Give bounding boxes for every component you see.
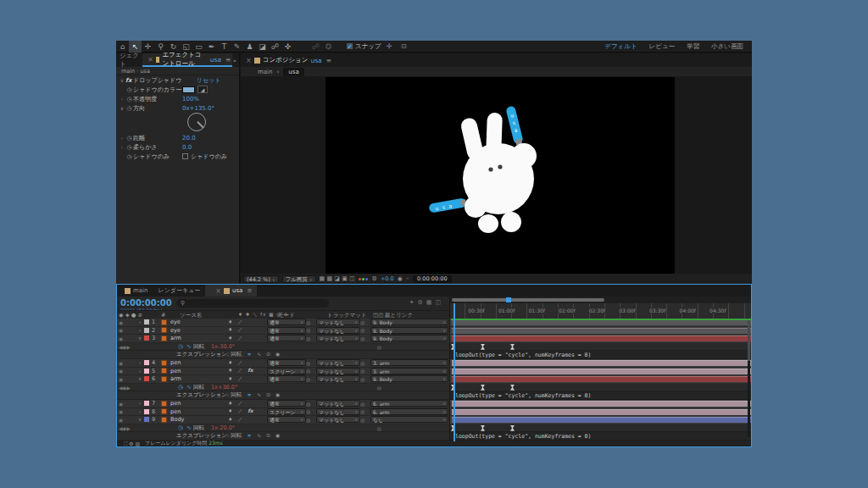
- matte-pickwhip-icon[interactable]: ◎: [306, 368, 316, 374]
- row-right[interactable]: [450, 359, 751, 368]
- visibility-eye-icon[interactable]: ◉: [117, 401, 136, 407]
- snap-toggle[interactable]: ✓ スナップ ✢ ⊡: [347, 42, 410, 51]
- eraser-tool-icon[interactable]: ◪: [256, 41, 269, 53]
- parent-select[interactable]: なし∨: [370, 416, 448, 423]
- track-matte-select[interactable]: マットなし∨: [316, 359, 360, 366]
- mode-select[interactable]: 通常∨: [267, 416, 306, 423]
- snap-options-icons[interactable]: ✢ ⊡: [387, 42, 410, 50]
- parent-dropdown[interactable]: 9. Body∨: [370, 335, 448, 341]
- layer-switches[interactable]: ♦ ／: [228, 326, 267, 334]
- expression-text[interactable]: loopOut(type = "cycle", numKeyframes = 0…: [455, 352, 591, 358]
- matte-pickwhip-icon[interactable]: ◎: [306, 417, 316, 423]
- rotation-value[interactable]: 1x-30.0°: [211, 343, 235, 350]
- workspace-tab-学習[interactable]: 学習: [687, 42, 699, 51]
- parent-pickwhip-icon[interactable]: ◎: [360, 336, 370, 341]
- timeline-tab-usa[interactable]: ×usa≡: [205, 285, 257, 297]
- matte-dropdown[interactable]: マットなし∨: [316, 400, 360, 407]
- layer-name[interactable]: arm: [170, 375, 228, 382]
- layer-duration-bar[interactable]: [452, 319, 751, 325]
- row-right[interactable]: loopOut(type = "cycle", numKeyframes = 0…: [450, 391, 751, 400]
- visibility-eye-icon[interactable]: ◉: [117, 336, 136, 341]
- matte-dropdown[interactable]: マットなし∨: [316, 359, 360, 366]
- label-color-chip[interactable]: [144, 336, 152, 341]
- label-color-chip[interactable]: [144, 401, 152, 406]
- time-ruler[interactable]: 00:30f01:00f01:30f02:00f02:30f03:00f03:3…: [450, 303, 751, 319]
- rotation-row[interactable]: ◀◆▶◷∿回転1x-30.0°◎: [117, 343, 751, 352]
- twirl-icon[interactable]: ∨: [136, 417, 144, 422]
- rotation-row[interactable]: ◀◆▶◷∿回転1x+30.0°◎: [117, 384, 751, 392]
- visibility-eye-icon[interactable]: ◉: [117, 408, 136, 414]
- parent-select[interactable]: 6. arm∨: [370, 408, 448, 415]
- keyframe-icon[interactable]: [481, 385, 485, 391]
- keyframe-navigator[interactable]: ◀◆▶: [117, 425, 136, 431]
- workspace-tab-レビュー[interactable]: レビュー: [649, 42, 676, 51]
- close-icon[interactable]: ×: [246, 57, 252, 64]
- row-right[interactable]: [450, 335, 751, 343]
- row-right[interactable]: [450, 400, 751, 408]
- track-matte-select[interactable]: マットなし∨: [316, 375, 360, 382]
- layer-duration-bar[interactable]: [452, 360, 751, 366]
- comp-timecode[interactable]: 0:00:00:00: [413, 275, 452, 283]
- mode-select[interactable]: 通常∨: [267, 327, 306, 334]
- mode-dropdown[interactable]: 通常∨: [267, 416, 306, 423]
- layer-name[interactable]: Body: [170, 416, 228, 423]
- layer-row-5-pen[interactable]: ◉›5pen♦ ／ fxスクリーン∨◎マットなし∨◎3. arm∨: [117, 368, 751, 376]
- parent-pickwhip-icon[interactable]: ◎: [377, 385, 381, 391]
- mode-select[interactable]: 通常∨: [267, 335, 306, 341]
- layer-duration-bar[interactable]: [452, 401, 751, 407]
- property-value[interactable]: 100%: [182, 96, 199, 103]
- twirl-icon[interactable]: ›: [136, 328, 144, 333]
- row-right[interactable]: [450, 368, 751, 376]
- row-right[interactable]: [450, 343, 751, 352]
- mode-dropdown[interactable]: 通常∨: [267, 327, 306, 334]
- expression-text[interactable]: loopOut(type = "cycle", numKeyframes = 0…: [455, 433, 591, 440]
- keyframe-icon[interactable]: [481, 344, 485, 350]
- keyframe-icon[interactable]: [510, 344, 515, 350]
- visibility-eye-icon[interactable]: ◉: [117, 417, 136, 423]
- parent-select[interactable]: 9. Body∨: [370, 319, 448, 325]
- matte-pickwhip-icon[interactable]: ◎: [306, 408, 316, 414]
- keyframe-navigator[interactable]: ◀◆▶: [117, 385, 136, 391]
- layer-switches[interactable]: ♦ ／: [228, 400, 267, 408]
- layer-row-7-pen[interactable]: ◉›7pen♦ ／通常∨◎マットなし∨◎6. arm∨: [117, 400, 751, 408]
- checkbox-icon[interactable]: [182, 153, 188, 159]
- twirl-icon[interactable]: ›: [136, 409, 144, 414]
- expression-icons[interactable]: ＝ ∿ ⊙ ◉: [247, 432, 281, 440]
- layer-name[interactable]: eye: [170, 319, 228, 325]
- keyframe-icon[interactable]: [510, 385, 515, 391]
- navigator-bar[interactable]: [452, 298, 604, 302]
- graph-icon[interactable]: ∿: [186, 424, 192, 431]
- stopwatch-icon[interactable]: ◷: [125, 144, 133, 151]
- mode-dropdown[interactable]: 通常∨: [267, 319, 306, 325]
- track-matte-select[interactable]: マットなし∨: [316, 416, 360, 423]
- twirl-icon[interactable]: ›: [136, 369, 144, 374]
- mode-dropdown[interactable]: 通常∨: [267, 359, 306, 366]
- mode-select[interactable]: 通常∨: [267, 319, 306, 325]
- comp-frame[interactable]: u s a u s a: [326, 77, 675, 274]
- track-matte-select[interactable]: マットなし∨: [316, 319, 360, 325]
- parent-pickwhip-icon[interactable]: ◎: [360, 327, 370, 333]
- parent-dropdown[interactable]: なし∨: [370, 416, 448, 423]
- label-color-chip[interactable]: [144, 360, 152, 365]
- layer-name[interactable]: pen: [170, 408, 228, 415]
- timeline-timecode[interactable]: 0:00:00:00: [120, 298, 172, 308]
- stamp-tool-icon[interactable]: ♟: [243, 41, 256, 53]
- parent-select[interactable]: 9. Body∨: [370, 327, 448, 334]
- stopwatch-icon[interactable]: ◷: [125, 86, 133, 93]
- parent-pickwhip-icon[interactable]: ◎: [377, 425, 381, 431]
- row-right[interactable]: [450, 327, 751, 336]
- matte-pickwhip-icon[interactable]: ◎: [306, 336, 316, 341]
- panel-menu-icon[interactable]: ≡: [225, 56, 231, 64]
- layer-switches[interactable]: ♦ ／: [228, 416, 267, 424]
- visibility-eye-icon[interactable]: ◉: [117, 376, 136, 382]
- layer-duration-bar[interactable]: [452, 409, 751, 415]
- layer-row-4-pen[interactable]: ◉›4pen♦ ／通常∨◎マットなし∨◎3. arm∨: [117, 359, 751, 368]
- visibility-eye-icon[interactable]: ◉: [117, 327, 136, 333]
- home-icon[interactable]: ⌂: [116, 41, 129, 53]
- row-right[interactable]: loopOut(type = "cycle", numKeyframes = 0…: [450, 432, 751, 441]
- keyframe-navigator[interactable]: ◀◆▶: [117, 344, 136, 350]
- show-snapshot-icon[interactable]: ⌁: [406, 275, 409, 282]
- matte-pickwhip-icon[interactable]: ◎: [306, 376, 316, 382]
- matte-pickwhip-icon[interactable]: ◎: [306, 327, 316, 333]
- matte-dropdown[interactable]: マットなし∨: [316, 327, 360, 334]
